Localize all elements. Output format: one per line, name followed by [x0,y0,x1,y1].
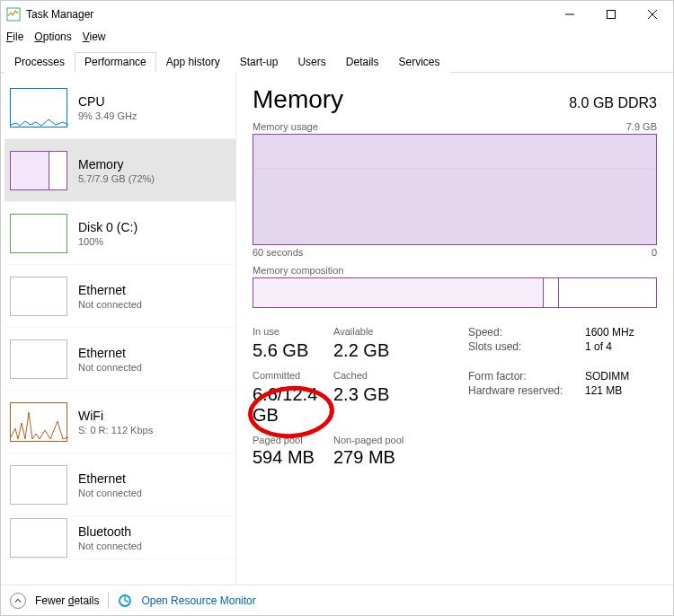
ethernet-thumb-icon [10,465,67,505]
wifi-thumb-icon [10,402,67,442]
sidebar-item-ethernet-1[interactable]: Ethernet Not connected [4,265,235,328]
sidebar-item-sub: Not connected [78,488,142,498]
menu-file[interactable]: File [6,31,23,43]
nonpaged-label: Non-paged pool [333,435,468,445]
sidebar-item-label: Disk 0 (C:) [78,220,137,234]
usage-max: 7.9 GB [626,121,657,132]
available-label: Available [333,326,468,339]
memory-composition-bar[interactable] [253,277,657,308]
close-button[interactable] [632,1,673,28]
sidebar-item-ethernet-3[interactable]: Ethernet Not connected [4,453,235,516]
sidebar: CPU 9% 3.49 GHz Memory 5.7/7.9 GB (72%) … [1,73,236,585]
menu-view[interactable]: View [83,31,106,43]
speed-label: Speed: [468,326,585,339]
tab-app-history[interactable]: App history [156,52,230,73]
cached-value: 2.3 GB [333,384,468,426]
sidebar-item-wifi[interactable]: WiFi S: 0 R: 112 Kbps [4,391,235,453]
disk-thumb-icon [10,214,67,253]
separator [108,593,109,609]
paged-label: Paged pool [253,435,333,445]
sidebar-item-sub: Not connected [78,362,142,373]
memory-spec: 8.0 GB DDR3 [569,95,657,111]
memory-thumb-icon [10,151,67,190]
memory-usage-graph[interactable] [253,134,657,245]
committed-value: 6.6/12.4 GB [253,384,333,426]
svg-rect-2 [607,11,616,19]
sidebar-item-sub: 5.7/7.9 GB (72%) [78,173,155,184]
svg-line-7 [125,601,129,602]
minimize-button[interactable] [549,1,590,28]
fewer-details-link[interactable]: Fewer details [35,594,99,607]
ethernet-thumb-icon [10,277,67,316]
title-bar: Task Manager [1,1,673,28]
tab-details[interactable]: Details [336,52,389,73]
hw-reserved-label: Hardware reserved: [468,384,585,426]
cached-label: Cached [333,370,468,383]
bluetooth-thumb-icon [10,518,67,558]
maximize-button[interactable] [590,1,632,28]
sidebar-item-sub: 100% [78,236,137,247]
tab-bar: Processes Performance App history Start-… [1,46,673,73]
speed-value: 1600 MHz [585,326,673,339]
form-value: SODIMM [585,370,673,383]
slots-value: 1 of 4 [585,340,673,361]
memory-stats: In use Available Speed: 1600 MHz 5.6 GB … [253,326,657,468]
axis-left: 60 seconds [253,247,303,258]
axis-right: 0 [652,247,657,258]
sidebar-item-label: WiFi [78,409,153,423]
footer-bar: Fewer details Open Resource Monitor [1,585,673,615]
cpu-thumb-icon [10,88,67,128]
menu-bar: File Options View [1,28,673,46]
tab-startup[interactable]: Start-up [230,52,288,73]
tab-performance[interactable]: Performance [75,52,156,73]
sidebar-item-sub: S: 0 R: 112 Kbps [78,425,153,436]
usage-label: Memory usage [253,121,318,132]
content-pane: Memory 8.0 GB DDR3 Memory usage 7.9 GB 6… [236,73,673,585]
slots-label: Slots used: [468,340,585,361]
window-buttons [549,1,673,28]
available-value: 2.2 GB [333,340,468,361]
task-manager-icon [6,7,21,22]
sidebar-item-memory[interactable]: Memory 5.7/7.9 GB (72%) [4,139,235,202]
sidebar-item-bluetooth[interactable]: Bluetooth Not connected [4,516,235,559]
main-area: CPU 9% 3.49 GHz Memory 5.7/7.9 GB (72%) … [1,73,673,585]
resource-monitor-icon [118,594,132,608]
sidebar-item-label: Bluetooth [78,524,142,539]
sidebar-item-disk[interactable]: Disk 0 (C:) 100% [4,202,235,265]
in-use-value: 5.6 GB [253,340,333,361]
sidebar-item-label: Ethernet [78,471,142,486]
form-label: Form factor: [468,370,585,383]
ethernet-thumb-icon [10,339,67,379]
sidebar-item-sub: 9% 3.49 GHz [78,110,137,121]
committed-label: Committed [253,370,333,383]
sidebar-item-label: CPU [78,94,137,109]
tab-services[interactable]: Services [388,52,449,73]
open-resource-monitor-link[interactable]: Open Resource Monitor [141,594,255,607]
sidebar-item-label: Memory [78,157,155,172]
hw-reserved-value: 121 MB [585,384,673,426]
sidebar-item-sub: Not connected [78,541,142,551]
tab-users[interactable]: Users [288,52,335,73]
nonpaged-value: 279 MB [333,447,468,468]
tab-processes[interactable]: Processes [4,52,75,73]
sidebar-item-cpu[interactable]: CPU 9% 3.49 GHz [4,76,235,139]
fewer-details-icon[interactable] [10,593,26,609]
paged-value: 594 MB [253,447,333,468]
composition-label: Memory composition [253,265,343,276]
in-use-label: In use [253,326,333,339]
window-title: Task Manager [26,8,93,21]
page-title: Memory [253,85,343,114]
sidebar-item-sub: Not connected [78,299,142,310]
sidebar-item-ethernet-2[interactable]: Ethernet Not connected [4,328,235,391]
sidebar-item-label: Ethernet [78,346,142,360]
menu-options[interactable]: Options [34,31,71,43]
sidebar-item-label: Ethernet [78,283,142,297]
